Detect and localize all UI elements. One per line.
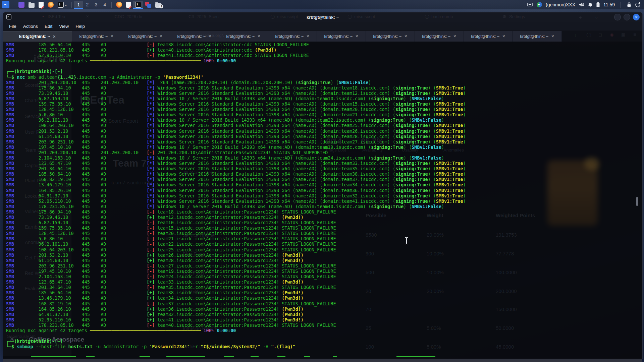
tab-label: krbtgt@think: ~	[177, 34, 206, 39]
window-titlebar[interactable]: >_ krbtgt@think: ~ ✕	[3, 12, 642, 22]
workspace-switcher: 1234	[74, 1, 109, 9]
tab-close-icon[interactable]: ✕	[404, 34, 407, 39]
system-tray: (genmon)XXX 11:59	[527, 2, 644, 8]
close-button[interactable]: ✕	[633, 14, 640, 20]
tab-label: krbtgt@think: ~	[19, 34, 50, 39]
firefox-icon	[48, 2, 54, 8]
terminal-tab-3[interactable]: krbtgt@think: ~✕	[121, 31, 170, 42]
terminal-tab-6[interactable]: krbtgt@think: ~✕	[268, 31, 317, 42]
text-editor-icon	[126, 2, 131, 8]
tab-close-icon[interactable]: ✕	[502, 34, 505, 39]
maximize-button[interactable]	[624, 14, 630, 20]
tab-label: krbtgt@think: ~	[275, 34, 304, 39]
menu-actions[interactable]: Actions	[20, 23, 41, 30]
file-manager-icon	[29, 3, 35, 8]
tab-close-icon[interactable]: ✕	[208, 34, 211, 39]
folder-badge: 2	[159, 4, 163, 8]
panel-divider	[621, 2, 621, 8]
terminal-tab-9[interactable]: krbtgt@think: ~✕	[415, 31, 464, 42]
menu-view[interactable]: View	[56, 23, 72, 30]
terminal-tab-4[interactable]: krbtgt@think: ~✕	[170, 31, 219, 42]
launcher-firefox[interactable]	[46, 1, 56, 9]
terminal-tab-7[interactable]: krbtgt@think: ~✕	[317, 31, 366, 42]
workspace-4[interactable]: 4	[100, 1, 109, 9]
tab-label: krbtgt@think: ~	[324, 34, 353, 39]
chevron-down-icon: ⌄	[64, 3, 67, 7]
terminal-tab-11[interactable]: krbtgt@think: ~✕	[513, 31, 562, 42]
tab-label: krbtgt@think: ~	[226, 34, 255, 39]
launcher-files[interactable]	[26, 1, 37, 9]
panel-divider	[71, 2, 72, 8]
clock[interactable]: 11:59	[603, 2, 615, 7]
tab-label: krbtgt@think: ~	[373, 34, 402, 39]
task-terminal[interactable]: $_	[133, 1, 143, 9]
tab-close-icon[interactable]: ✕	[551, 34, 554, 39]
genmon-widget[interactable]: (genmon)XXX	[546, 2, 575, 7]
terminal-tab-8[interactable]: krbtgt@think: ~✕	[366, 31, 415, 42]
terminal-tab-2[interactable]: krbtgt@think: ~✕	[72, 31, 121, 42]
workspace-2[interactable]: 2	[83, 1, 92, 9]
task-firefox[interactable]	[114, 1, 124, 9]
network-icon[interactable]	[527, 2, 533, 7]
tab-label: krbtgt@think: ~	[128, 34, 157, 39]
battery-icon[interactable]	[596, 2, 600, 7]
panel-divider	[14, 2, 14, 8]
scrollbar-thumb[interactable]	[636, 197, 638, 206]
kali-menu-button[interactable]	[0, 1, 11, 9]
workspace-1[interactable]: 1	[74, 1, 83, 9]
bottom-strip	[3, 359, 642, 362]
vpn-app-icon[interactable]	[536, 2, 542, 8]
launcher-terminal[interactable]: $_⌄	[56, 1, 69, 9]
tab-close-icon[interactable]: ✕	[306, 34, 309, 39]
text-editor-icon	[39, 2, 44, 8]
terminal-icon: $_	[135, 2, 141, 8]
firefox-icon	[116, 2, 122, 8]
menu-edit[interactable]: Edit	[41, 23, 56, 30]
tab-label: krbtgt@think: ~	[520, 34, 549, 39]
terminal-icon: >_	[6, 14, 11, 19]
volume-icon[interactable]	[579, 2, 584, 7]
task-folder[interactable]: 2	[153, 1, 163, 9]
menu-bar: FileActionsEditViewHelp	[3, 22, 642, 31]
logout-icon[interactable]	[635, 2, 641, 7]
terminal-output[interactable]: SMB 185.50.64.10 445 AD [-] team38.isucd…	[6, 42, 466, 350]
task-screenshot[interactable]	[143, 1, 153, 9]
terminal-tab-10[interactable]: krbtgt@think: ~✕	[464, 31, 513, 42]
app-icon	[18, 2, 24, 8]
menu-help[interactable]: Help	[72, 23, 88, 30]
window-title: krbtgt@think: ~	[307, 15, 339, 20]
kali-menu-icon	[2, 1, 9, 8]
tab-label: krbtgt@think: ~	[471, 34, 500, 39]
tab-close-icon[interactable]: ✕	[53, 35, 56, 39]
menu-file[interactable]: File	[6, 23, 20, 30]
tab-close-icon[interactable]: ✕	[159, 34, 162, 39]
tab-bar: krbtgt@think: ~✕krbtgt@think: ~✕krbtgt@t…	[3, 31, 642, 42]
tab-close-icon[interactable]: ✕	[257, 34, 260, 39]
terminal-tab-1[interactable]: krbtgt@think: ~✕	[3, 31, 72, 42]
terminal-tab-5[interactable]: krbtgt@think: ~✕	[219, 31, 268, 42]
screenshot-icon	[145, 2, 151, 8]
terminal-icon: $_	[58, 2, 64, 8]
tab-label: krbtgt@think: ~	[422, 34, 451, 39]
top-panel: $_⌄ 1234 $_ 2 (genmon)XXX 11:59	[0, 0, 644, 9]
minimize-button[interactable]	[614, 14, 621, 20]
notifications-icon[interactable]	[588, 2, 593, 7]
lock-icon[interactable]	[627, 2, 632, 7]
launcher-app[interactable]	[16, 1, 26, 9]
task-editor[interactable]	[124, 1, 133, 9]
tab-close-icon[interactable]: ✕	[110, 34, 113, 39]
tab-label: krbtgt@think: ~	[79, 34, 108, 39]
launcher-editor[interactable]	[37, 1, 46, 9]
tab-close-icon[interactable]: ✕	[453, 34, 456, 39]
panel-divider	[111, 2, 112, 8]
workspace-3[interactable]: 3	[92, 1, 100, 9]
tab-close-icon[interactable]: ✕	[355, 34, 358, 39]
